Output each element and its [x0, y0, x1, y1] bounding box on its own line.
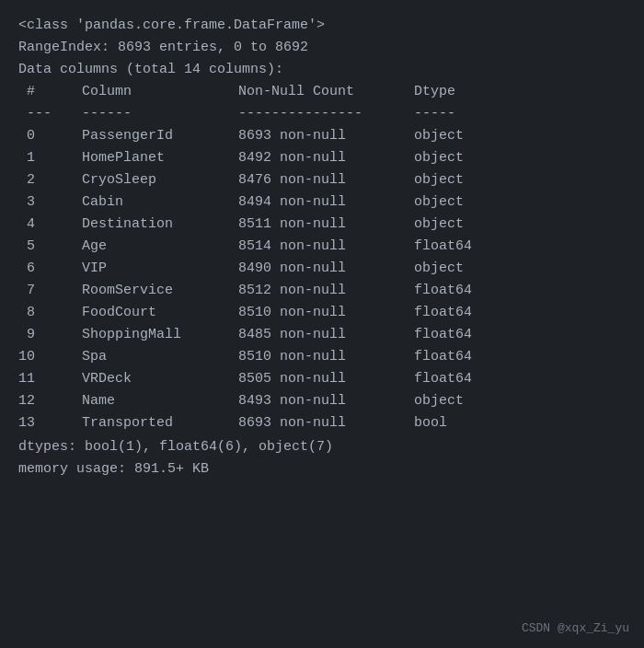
row-col-dtype: object: [397, 125, 489, 147]
sep-hash: ---: [18, 103, 57, 125]
range-index-text: RangeIndex: 8693 entries, 0 to 8692: [18, 37, 308, 59]
row-col-count: 8492 non-null: [213, 147, 397, 169]
row-col-count: 8693 non-null: [213, 412, 397, 434]
table-row: 2 CryoSleep 8476 non-null object: [18, 169, 626, 191]
footer-dtypes-text: dtypes: bool(1), float64(6), object(7): [18, 436, 333, 458]
footer-dtypes-line: dtypes: bool(1), float64(6), object(7): [18, 436, 626, 458]
row-col-name: CryoSleep: [57, 169, 213, 191]
row-col-name: Name: [57, 390, 213, 412]
row-col-name: HomePlanet: [57, 147, 213, 169]
row-col-dtype: object: [397, 169, 489, 191]
row-col-dtype: float64: [397, 236, 489, 258]
col-header-name: Column: [57, 81, 213, 103]
row-col-name: Transported: [57, 412, 213, 434]
row-col-dtype: float64: [397, 280, 489, 302]
sep-dtype: -----: [397, 103, 489, 125]
row-num: 13: [18, 412, 57, 434]
row-col-count: 8514 non-null: [213, 236, 397, 258]
row-col-name: ShoppingMall: [57, 324, 213, 346]
data-columns-line: Data columns (total 14 columns):: [18, 59, 626, 81]
sep-count: ---------------: [213, 103, 397, 125]
row-col-name: FoodCourt: [57, 302, 213, 324]
data-columns-text: Data columns (total 14 columns):: [18, 59, 283, 81]
row-col-count: 8493 non-null: [213, 390, 397, 412]
row-col-dtype: object: [397, 390, 489, 412]
row-col-dtype: object: [397, 191, 489, 214]
table-row: 11 VRDeck 8505 non-null float64: [18, 368, 626, 390]
class-info-text: <class 'pandas.core.frame.DataFrame'>: [18, 15, 325, 37]
row-col-dtype: float64: [397, 346, 489, 368]
table-header-line: # Column Non-Null Count Dtype: [18, 81, 626, 103]
table-row: 10 Spa 8510 non-null float64: [18, 346, 626, 368]
row-num: 11: [18, 368, 57, 390]
row-col-name: Cabin: [57, 191, 213, 214]
table-row: 0 PassengerId 8693 non-null object: [18, 125, 626, 147]
range-index-line: RangeIndex: 8693 entries, 0 to 8692: [18, 37, 626, 59]
table-row: 7 RoomService 8512 non-null float64: [18, 280, 626, 302]
row-col-dtype: object: [397, 258, 489, 280]
class-info-line: <class 'pandas.core.frame.DataFrame'>: [18, 15, 626, 37]
row-col-count: 8512 non-null: [213, 280, 397, 302]
row-col-count: 8511 non-null: [213, 214, 397, 236]
sep-name: ------: [57, 103, 213, 125]
row-num: 4: [18, 214, 57, 236]
row-col-count: 8510 non-null: [213, 346, 397, 368]
row-num: 5: [18, 236, 57, 258]
row-num: 12: [18, 390, 57, 412]
row-col-count: 8494 non-null: [213, 191, 397, 214]
row-col-count: 8490 non-null: [213, 258, 397, 280]
table-row: 6 VIP 8490 non-null object: [18, 258, 626, 280]
col-header-count: Non-Null Count: [213, 81, 397, 103]
col-header-dtype: Dtype: [397, 81, 489, 103]
row-col-name: Age: [57, 236, 213, 258]
row-col-count: 8485 non-null: [213, 324, 397, 346]
row-num: 0: [18, 125, 57, 147]
table-body: 0 PassengerId 8693 non-null object 1 Hom…: [18, 125, 626, 434]
row-num: 1: [18, 147, 57, 169]
row-num: 8: [18, 302, 57, 324]
table-row: 8 FoodCourt 8510 non-null float64: [18, 302, 626, 324]
table-row: 9 ShoppingMall 8485 non-null float64: [18, 324, 626, 346]
row-num: 9: [18, 324, 57, 346]
col-header-hash: #: [18, 81, 57, 103]
row-col-dtype: object: [397, 214, 489, 236]
row-col-dtype: float64: [397, 302, 489, 324]
row-col-count: 8693 non-null: [213, 125, 397, 147]
row-col-dtype: bool: [397, 412, 489, 434]
row-num: 10: [18, 346, 57, 368]
row-col-name: VIP: [57, 258, 213, 280]
footer-memory-text: memory usage: 891.5+ KB: [18, 458, 209, 480]
table-row: 4 Destination 8511 non-null object: [18, 214, 626, 236]
row-col-name: RoomService: [57, 280, 213, 302]
footer-memory-line: memory usage: 891.5+ KB: [18, 458, 626, 480]
row-num: 7: [18, 280, 57, 302]
row-col-dtype: float64: [397, 324, 489, 346]
row-col-count: 8505 non-null: [213, 368, 397, 390]
table-row: 12 Name 8493 non-null object: [18, 390, 626, 412]
row-col-count: 8510 non-null: [213, 302, 397, 324]
row-num: 2: [18, 169, 57, 191]
row-num: 6: [18, 258, 57, 280]
row-col-dtype: float64: [397, 368, 489, 390]
table-row: 13 Transported 8693 non-null bool: [18, 412, 626, 434]
table-row: 5 Age 8514 non-null float64: [18, 236, 626, 258]
row-col-name: PassengerId: [57, 125, 213, 147]
watermark: CSDN @xqx_Zi_yu: [522, 621, 629, 635]
row-col-name: VRDeck: [57, 368, 213, 390]
row-col-name: Destination: [57, 214, 213, 236]
table-separator-line: --- ------ --------------- -----: [18, 103, 626, 125]
table-row: 1 HomePlanet 8492 non-null object: [18, 147, 626, 169]
row-col-dtype: object: [397, 147, 489, 169]
row-col-name: Spa: [57, 346, 213, 368]
row-col-count: 8476 non-null: [213, 169, 397, 191]
row-num: 3: [18, 191, 57, 214]
table-row: 3 Cabin 8494 non-null object: [18, 191, 626, 214]
dataframe-info: <class 'pandas.core.frame.DataFrame'> Ra…: [18, 15, 626, 480]
